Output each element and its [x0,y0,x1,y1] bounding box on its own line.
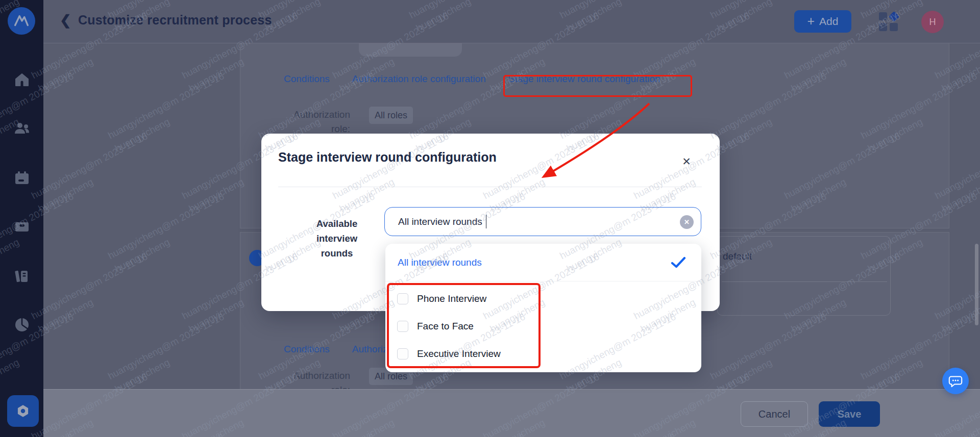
add-button[interactable]: + Add [794,10,851,33]
plus-icon: + [807,15,815,28]
checkmark-icon [671,256,686,269]
sidebar-item-briefcase[interactable] [0,215,43,237]
sidebar [0,0,43,437]
home-icon [14,72,30,88]
all-roles-tag: All roles [369,107,413,124]
stage1-tabs: Conditions Authorization role configurat… [284,73,660,85]
header: ❮ Customize recruitment process + Add H [43,0,980,43]
sidebar-item-settings[interactable] [7,395,39,427]
divider [722,281,887,282]
briefcase-icon [14,218,30,234]
divider [278,187,702,187]
footer-bar: Cancel Save [43,389,980,437]
sidebar-item-calendar[interactable] [0,167,43,189]
library-icon [14,268,30,284]
option-face-to-face[interactable]: Face to Face [385,312,701,341]
option-all-interview-rounds[interactable]: All interview rounds [385,244,701,281]
text-cursor [486,215,487,228]
authorization-role-label: Authorization role: [284,108,350,136]
pie-chart-icon [14,317,30,333]
app-logo[interactable] [8,7,35,35]
checkbox-executive-interview[interactable] [397,348,408,359]
input-value: All interview rounds [398,216,482,227]
logo-mountain-icon [11,11,32,31]
interview-rounds-input[interactable]: All interview rounds ✕ [384,207,701,236]
chat-button[interactable] [942,368,969,394]
checkbox-face-to-face[interactable] [397,321,408,332]
back-icon[interactable]: ❮ [60,12,71,29]
interview-rounds-dropdown: All interview rounds Phone Interview Fac… [385,244,701,372]
divider [385,281,701,281]
avatar[interactable]: H [921,11,944,33]
people-icon [14,120,30,137]
checkbox-phone-interview[interactable] [397,293,408,304]
sidebar-item-home[interactable] [0,69,43,91]
modal-title: Stage interview round configuration [278,150,497,165]
tab-conditions[interactable]: Conditions [284,73,330,85]
stage-pill-partial [359,43,462,57]
cancel-button[interactable]: Cancel [741,401,808,427]
settings-icon [14,402,32,420]
sidebar-item-reports[interactable] [0,314,43,336]
option-phone-interview[interactable]: Phone Interview [385,285,701,313]
chat-bubble-icon [948,373,963,389]
default-label: default [723,251,752,262]
sidebar-item-people[interactable] [0,117,43,140]
tab-authorization-role-configuration[interactable]: Authorization role configuration [352,73,486,85]
scrollbar-thumb[interactable] [975,244,978,325]
apps-grid-icon[interactable] [879,12,898,32]
app-screen: Conditions Authorization role configurat… [0,0,980,437]
page-title: Customize recruitment process [78,13,272,28]
calendar-icon [14,170,30,186]
tab-conditions[interactable]: Conditions [284,344,330,355]
tab-stage-interview-round-configuration[interactable]: Stage interview round configuration [508,73,660,85]
available-interview-rounds-label: Available interview rounds [305,216,369,261]
sidebar-item-library[interactable] [0,265,43,287]
option-executive-interview[interactable]: Executive Interview [385,340,701,368]
default-section: default [717,236,891,316]
clear-icon[interactable]: ✕ [680,215,694,229]
save-button[interactable]: Save [819,401,880,427]
close-icon[interactable]: ✕ [679,154,694,169]
